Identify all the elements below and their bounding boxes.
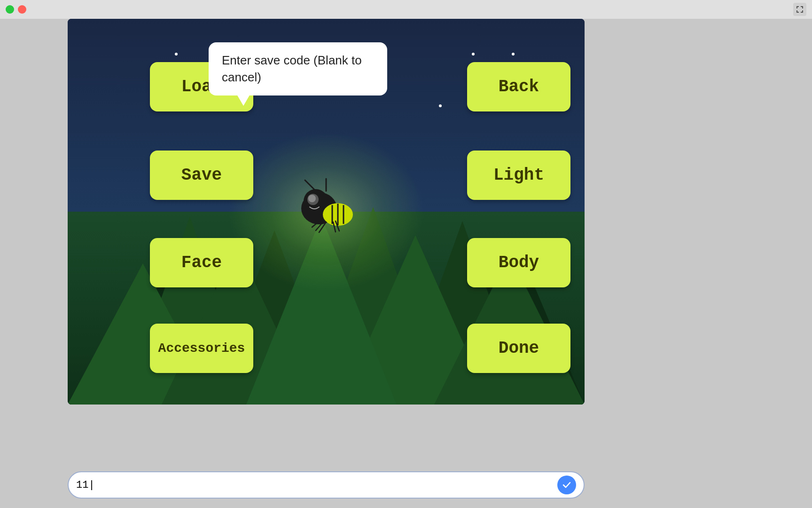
accessories-button[interactable]: Accessories [150, 324, 253, 373]
firefly [279, 178, 373, 253]
light-button[interactable]: Light [467, 151, 570, 200]
game-container: Enter save code (Blank to cancel) [68, 19, 585, 405]
star-2 [472, 53, 475, 56]
svg-point-18 [308, 195, 316, 202]
fullscreen-button[interactable] [793, 3, 806, 16]
back-button[interactable]: Back [467, 62, 570, 111]
speech-bubble-text: Enter save code (Blank to cancel) [222, 53, 362, 84]
window-minimize-button[interactable] [6, 5, 14, 14]
face-button[interactable]: Face [150, 238, 253, 287]
submit-button[interactable] [557, 476, 576, 494]
done-button[interactable]: Done [467, 324, 570, 373]
save-code-input[interactable] [76, 479, 557, 491]
body-button[interactable]: Body [467, 238, 570, 287]
input-bar [68, 471, 585, 499]
speech-bubble: Enter save code (Blank to cancel) [209, 42, 387, 95]
title-bar [0, 0, 812, 19]
star-5 [439, 104, 442, 107]
star-1 [175, 53, 178, 56]
star-3 [512, 53, 515, 56]
save-button[interactable]: Save [150, 151, 253, 200]
window-close-button[interactable] [18, 5, 26, 14]
